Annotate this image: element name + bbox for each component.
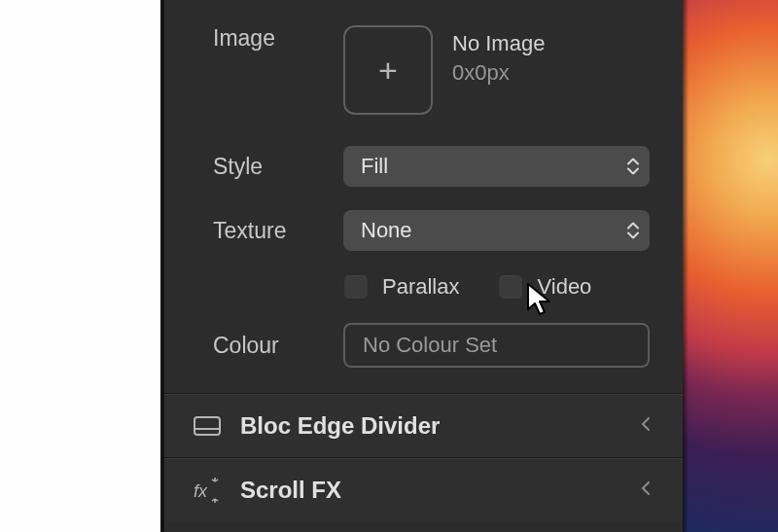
scroll-fx-title: Scroll FX (240, 477, 341, 504)
add-image-well[interactable]: + (343, 25, 433, 115)
colour-label: Colour (213, 333, 343, 359)
divider-icon (192, 416, 223, 436)
style-select-wrap: Fill (343, 146, 650, 187)
panel-right-shadow (683, 0, 689, 532)
bloc-edge-divider-title: Bloc Edge Divider (240, 412, 440, 440)
image-name: No Image (452, 31, 545, 56)
plus-icon: + (378, 52, 398, 89)
inspector-panel: Image + No Image 0x0px Style Fill (164, 0, 683, 532)
texture-value: None (361, 218, 412, 243)
style-value: Fill (361, 154, 388, 179)
texture-row: Texture None (213, 210, 650, 251)
chevron-left-icon (640, 480, 652, 500)
style-label: Style (213, 154, 343, 180)
checkbox-row: Parallax Video (213, 274, 650, 300)
style-select[interactable]: Fill (343, 146, 650, 187)
colour-well[interactable]: No Colour Set (343, 323, 650, 368)
svg-rect-0 (194, 417, 220, 435)
parallax-label: Parallax (382, 274, 459, 300)
texture-label: Texture (213, 218, 343, 244)
background-section: Image + No Image 0x0px Style Fill (164, 0, 683, 394)
left-margin (0, 0, 160, 532)
texture-select-wrap: None (343, 210, 650, 251)
parallax-group: Parallax (343, 274, 459, 300)
image-meta: No Image 0x0px (452, 25, 545, 86)
image-label: Image (213, 25, 343, 52)
style-row: Style Fill (213, 146, 650, 187)
scroll-fx-row[interactable]: fx Scroll FX (164, 458, 683, 521)
image-dimensions: 0x0px (452, 60, 545, 86)
bloc-edge-divider-row[interactable]: Bloc Edge Divider (164, 394, 683, 458)
colour-row: Colour No Colour Set (213, 323, 650, 368)
video-checkbox[interactable] (498, 274, 523, 300)
image-row: Image + No Image 0x0px (213, 25, 650, 115)
scroll-fx-icon: fx (192, 478, 223, 503)
video-group: Video (498, 274, 591, 300)
video-label: Video (537, 274, 591, 300)
colour-value: No Colour Set (363, 333, 497, 357)
chevron-left-icon (640, 416, 652, 436)
desktop-wallpaper (683, 0, 778, 532)
svg-text:fx: fx (194, 481, 208, 501)
texture-select[interactable]: None (343, 210, 650, 251)
parallax-checkbox[interactable] (343, 274, 369, 300)
